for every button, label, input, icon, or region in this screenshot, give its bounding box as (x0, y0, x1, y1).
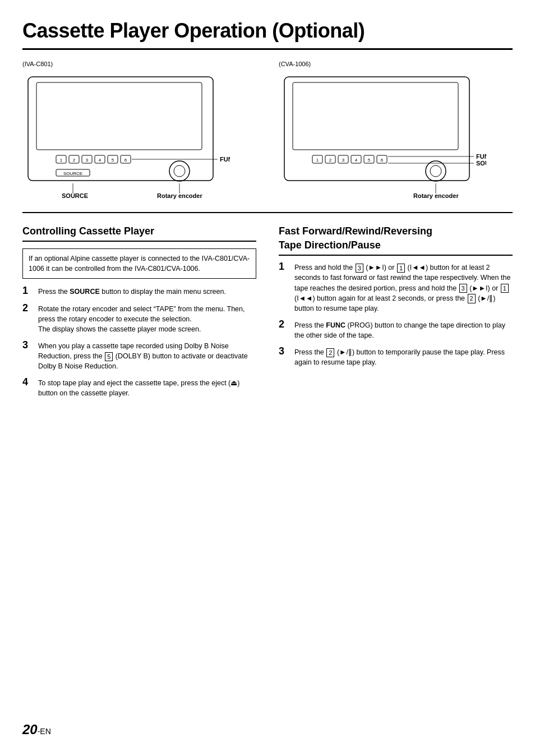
content-row: Controlling Cassette Player If an option… (22, 224, 513, 405)
info-box: If an optional Alpine cassette player is… (22, 248, 256, 279)
svg-text:1: 1 (316, 158, 319, 163)
step-content: Press the 2 (►/‖) button to temporarily … (294, 347, 513, 367)
right-column: Fast Forward/Rewind/Reversing Tape Direc… (279, 224, 513, 405)
step-number: 4 (22, 377, 38, 388)
svg-text:5: 5 (112, 158, 114, 163)
device-label-iva: (IVA-C801) (22, 60, 53, 68)
step-content: Press and hold the 3 (►►I) or 1 (I◄◄) bu… (294, 262, 513, 314)
svg-rect-0 (28, 77, 213, 181)
device-image-cva: 1 2 3 4 5 6 FUNC SOURCE (279, 71, 486, 203)
svg-rect-25 (293, 82, 458, 150)
key-3: 3 (356, 264, 363, 273)
svg-text:FUNC: FUNC (476, 153, 486, 160)
key-1: 1 (397, 264, 405, 273)
diagrams-row: (IVA-C801) 1 2 3 4 5 (22, 60, 513, 213)
step-number: 1 (279, 261, 294, 273)
svg-text:FUNC: FUNC (220, 156, 230, 163)
page-number-area: 20-EN (22, 720, 51, 739)
left-step-2: 2 Rotate the rotary encoder and select “… (22, 304, 256, 334)
step-content: Press the SOURCE button to display the m… (38, 287, 256, 297)
right-section-heading: Fast Forward/Rewind/Reversing Tape Direc… (279, 224, 513, 256)
svg-text:Rotary encoder: Rotary encoder (157, 192, 202, 199)
svg-text:SOURCE: SOURCE (63, 171, 82, 176)
svg-text:2: 2 (73, 158, 76, 163)
step-content: To stop tape play and eject the cassette… (38, 378, 256, 398)
key-2: 2 (468, 294, 476, 303)
step-number: 1 (22, 285, 38, 297)
step-number: 2 (22, 303, 38, 314)
left-step-4: 4 To stop tape play and eject the casset… (22, 378, 256, 398)
svg-text:Rotary encoder: Rotary encoder (413, 192, 459, 199)
svg-text:4: 4 (355, 158, 358, 163)
svg-text:3: 3 (342, 158, 345, 163)
left-steps-list: 1 Press the SOURCE button to display the… (22, 287, 256, 398)
svg-text:SOURCE: SOURCE (476, 160, 486, 167)
svg-point-19 (174, 165, 185, 177)
left-section-heading: Controlling Cassette Player (22, 224, 256, 242)
device-diagram-iva: (IVA-C801) 1 2 3 4 5 (22, 60, 256, 203)
left-step-1: 1 Press the SOURCE button to display the… (22, 287, 256, 297)
left-column: Controlling Cassette Player If an option… (22, 224, 262, 405)
page-title: Cassette Player Operation (Optional) (22, 17, 513, 50)
right-step-2: 2 Press the FUNC (PROG) button to change… (279, 320, 513, 340)
svg-text:3: 3 (86, 158, 89, 163)
right-step-3: 3 Press the 2 (►/‖) button to temporaril… (279, 347, 513, 367)
svg-point-18 (169, 161, 190, 181)
device-diagram-cva: (CVA-1006) 1 2 3 4 5 (279, 60, 513, 203)
right-steps-list: 1 Press and hold the 3 (►►I) or 1 (I◄◄) … (279, 262, 513, 367)
key-5: 5 (105, 352, 113, 361)
key-2b: 2 (326, 348, 334, 357)
svg-point-42 (426, 161, 446, 181)
device-image-iva: 1 2 3 4 5 6 FUNC SOURCE (22, 71, 230, 203)
right-step-1: 1 Press and hold the 3 (►►I) or 1 (I◄◄) … (279, 262, 513, 314)
key-1b: 1 (501, 284, 509, 293)
svg-text:SOURCE: SOURCE (62, 192, 88, 199)
step-number: 2 (279, 319, 294, 330)
step-number: 3 (22, 340, 38, 351)
svg-rect-1 (36, 82, 202, 150)
step-content: When you play a cassette tape recorded u… (38, 341, 256, 371)
step-number: 3 (279, 346, 294, 357)
svg-rect-24 (284, 77, 469, 181)
page-number: 20-EN (22, 722, 51, 737)
svg-text:6: 6 (124, 158, 127, 163)
svg-text:6: 6 (381, 158, 384, 163)
svg-text:1: 1 (60, 158, 63, 163)
step-content: Press the FUNC (PROG) button to change t… (294, 320, 513, 340)
key-3b: 3 (459, 284, 467, 293)
svg-point-43 (430, 165, 441, 177)
device-label-cva: (CVA-1006) (279, 60, 311, 68)
left-step-3: 3 When you play a cassette tape recorded… (22, 341, 256, 371)
svg-text:2: 2 (329, 158, 332, 163)
svg-text:5: 5 (368, 158, 371, 163)
step-content: Rotate the rotary encoder and select “TA… (38, 304, 256, 334)
svg-text:4: 4 (99, 158, 102, 163)
